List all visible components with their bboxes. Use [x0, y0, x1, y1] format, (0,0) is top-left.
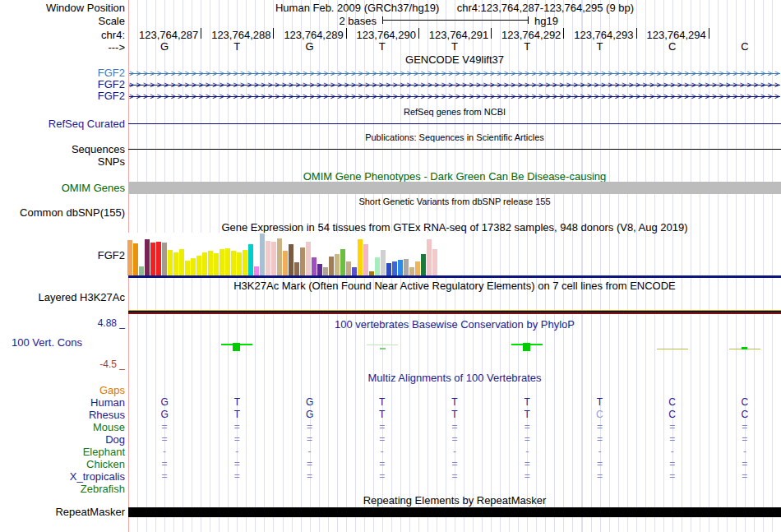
species-label-elephant[interactable]: Elephant	[83, 446, 125, 457]
gtex-tissue-bar[interactable]	[289, 244, 293, 275]
gtex-tissue-bar[interactable]	[386, 263, 391, 275]
gene-label-fgf2[interactable]: FGF2	[98, 79, 125, 90]
track-label-gtex-gene[interactable]: FGF2	[98, 250, 125, 261]
gtex-tissue-bar[interactable]	[225, 248, 230, 275]
ruler-tick	[636, 28, 637, 39]
gtex-tissue-bar[interactable]	[271, 242, 276, 275]
species-label-dog[interactable]: Dog	[105, 434, 125, 445]
gtex-tissue-bar[interactable]	[427, 239, 432, 275]
gene-transcript-line[interactable]: >>>>>>>>>>>>>>>>>>>>>>>>>>>>>>>>>>>>>>>>…	[129, 92, 780, 101]
gtex-tissue-bar[interactable]	[392, 261, 397, 275]
sequence-base: C	[737, 41, 753, 52]
gtex-tissue-bar[interactable]	[208, 251, 213, 275]
gtex-tissue-bar[interactable]	[432, 249, 437, 275]
gtex-tissue-bar[interactable]	[248, 244, 253, 275]
alignment-cell: =	[156, 459, 173, 470]
gtex-tissue-bar[interactable]	[300, 247, 305, 275]
gtex-tissue-bar[interactable]	[266, 241, 270, 275]
gtex-tissue-bar[interactable]	[156, 242, 161, 275]
gene-label-fgf2[interactable]: FGF2	[98, 67, 125, 78]
gtex-tissue-bar[interactable]	[312, 257, 317, 275]
gtex-tissue-bar[interactable]	[133, 243, 138, 275]
gtex-tissue-bar[interactable]	[214, 253, 219, 275]
gtex-tissue-bar[interactable]	[254, 266, 259, 275]
gene-label-fgf2[interactable]: FGF2	[98, 90, 125, 101]
track-label-common-dbsnp[interactable]: Common dbSNP(155)	[20, 207, 125, 218]
track-label-refseq-curated[interactable]: RefSeq Curated	[49, 118, 125, 129]
gtex-tissue-bar[interactable]	[220, 249, 224, 275]
h3k27ac-layered-signal[interactable]	[128, 310, 781, 314]
gtex-tissue-bar[interactable]	[191, 258, 196, 275]
track-label-snps[interactable]: SNPs	[98, 156, 125, 167]
track-label-vert-cons[interactable]: 100 Vert. Cons	[12, 337, 82, 348]
gtex-tissue-bar[interactable]	[398, 260, 403, 275]
gtex-tissue-bar[interactable]	[317, 264, 322, 275]
gtex-tissue-bar[interactable]	[237, 252, 242, 275]
gtex-tissue-bar[interactable]	[335, 254, 340, 275]
gtex-tissue-bar[interactable]	[283, 251, 288, 275]
alignment-cell: =	[302, 422, 318, 433]
alignment-cell: =	[374, 434, 390, 445]
gtex-tissue-bar[interactable]	[139, 266, 144, 275]
omim-gene-bar[interactable]	[128, 182, 781, 194]
gtex-tissue-bar[interactable]	[162, 243, 167, 275]
gtex-tissue-bar[interactable]	[329, 257, 334, 275]
gtex-tissue-bar[interactable]	[306, 242, 311, 275]
alignment-cell: =	[446, 471, 463, 482]
species-label-zebrafish[interactable]: Zebrafish	[81, 483, 125, 494]
gtex-tissue-bar[interactable]	[340, 249, 345, 275]
species-label-rhesus[interactable]: Rhesus	[89, 409, 125, 420]
gtex-tissue-bar[interactable]	[168, 250, 173, 275]
alignment-cell: -	[737, 446, 753, 457]
gtex-tissue-bar[interactable]	[243, 250, 247, 275]
gtex-tissue-bar[interactable]	[196, 256, 201, 275]
gtex-tissue-bar[interactable]	[358, 239, 363, 275]
ruler-tick	[491, 28, 492, 39]
gtex-tissue-bar[interactable]	[415, 261, 420, 275]
gtex-tissue-bar[interactable]	[381, 250, 386, 275]
gtex-tissue-bar[interactable]	[323, 267, 328, 275]
phylop-positive-block	[233, 343, 240, 351]
publications-sequences-line[interactable]	[128, 149, 781, 150]
gtex-tissue-bar[interactable]	[421, 254, 426, 275]
gtex-tissue-bar[interactable]	[127, 240, 132, 275]
alignment-cell: =	[519, 434, 535, 445]
refseq-curated-line[interactable]	[128, 123, 781, 124]
gtex-tissue-bar[interactable]	[346, 261, 351, 275]
ruler-coordinate: 123,764,287	[139, 30, 198, 40]
gtex-bar-chart[interactable]	[127, 234, 458, 275]
track-label-sequences[interactable]: Sequences	[72, 144, 125, 155]
gtex-tissue-bar[interactable]	[277, 238, 282, 275]
alignment-cell: =	[302, 471, 318, 482]
gtex-tissue-bar[interactable]	[294, 262, 299, 275]
gtex-tissue-bar[interactable]	[185, 261, 190, 275]
species-label-human[interactable]: Human	[90, 397, 125, 408]
gtex-tissue-bar[interactable]	[179, 249, 184, 275]
alignment-cell: =	[374, 422, 390, 433]
species-label-x-tropicalis[interactable]: X_tropicalis	[70, 471, 125, 482]
gtex-tissue-bar[interactable]	[404, 259, 409, 275]
gencode-title: GENCODE V49lift37	[128, 54, 781, 65]
gtex-tissue-bar[interactable]	[352, 267, 357, 275]
species-label-chicken[interactable]: Chicken	[86, 459, 125, 470]
gene-transcript-line[interactable]: >>>>>>>>>>>>>>>>>>>>>>>>>>>>>>>>>>>>>>>>…	[129, 69, 780, 78]
track-label-omim-genes[interactable]: OMIM Genes	[62, 183, 125, 193]
alignment-cell: =	[156, 434, 173, 445]
gtex-tissue-bar[interactable]	[409, 267, 414, 275]
gene-transcript-line[interactable]: >>>>>>>>>>>>>>>>>>>>>>>>>>>>>>>>>>>>>>>>…	[129, 81, 780, 90]
gtex-tissue-bar[interactable]	[231, 251, 236, 275]
track-label-repeatmasker[interactable]: RepeatMasker	[55, 507, 125, 517]
gtex-tissue-bar[interactable]	[173, 252, 178, 275]
gtex-tissue-bar[interactable]	[260, 234, 265, 275]
gtex-tissue-bar[interactable]	[145, 239, 150, 275]
gtex-tissue-bar[interactable]	[363, 244, 368, 275]
gtex-tissue-bar[interactable]	[375, 257, 380, 275]
track-label-layered-h3k27ac[interactable]: Layered H3K27Ac	[38, 292, 125, 303]
species-label-gaps[interactable]: Gaps	[99, 385, 125, 396]
gtex-tissue-bar[interactable]	[202, 252, 207, 275]
ruler-coordinate: 123,764,291	[429, 30, 488, 40]
gtex-tissue-bar[interactable]	[150, 243, 155, 275]
alignment-cell: G	[156, 409, 173, 420]
repeatmasker-bar[interactable]	[128, 507, 781, 517]
species-label-mouse[interactable]: Mouse	[93, 422, 125, 433]
